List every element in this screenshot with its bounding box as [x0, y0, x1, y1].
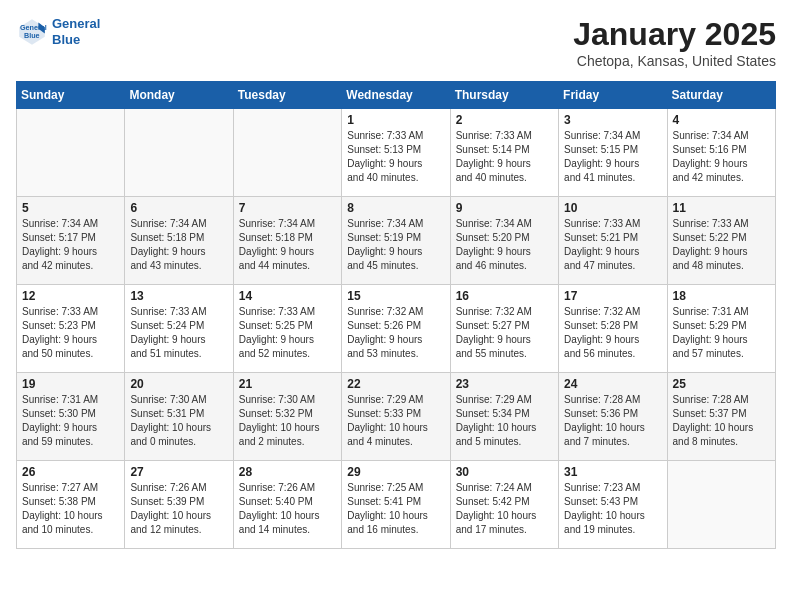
day-cell: 14Sunrise: 7:33 AM Sunset: 5:25 PM Dayli…: [233, 285, 341, 373]
day-info: Sunrise: 7:31 AM Sunset: 5:30 PM Dayligh…: [22, 393, 119, 449]
day-number: 29: [347, 465, 444, 479]
day-number: 20: [130, 377, 227, 391]
day-cell: 26Sunrise: 7:27 AM Sunset: 5:38 PM Dayli…: [17, 461, 125, 549]
day-cell: 24Sunrise: 7:28 AM Sunset: 5:36 PM Dayli…: [559, 373, 667, 461]
day-cell: 10Sunrise: 7:33 AM Sunset: 5:21 PM Dayli…: [559, 197, 667, 285]
day-cell: 15Sunrise: 7:32 AM Sunset: 5:26 PM Dayli…: [342, 285, 450, 373]
day-info: Sunrise: 7:33 AM Sunset: 5:25 PM Dayligh…: [239, 305, 336, 361]
week-row-4: 19Sunrise: 7:31 AM Sunset: 5:30 PM Dayli…: [17, 373, 776, 461]
day-info: Sunrise: 7:28 AM Sunset: 5:37 PM Dayligh…: [673, 393, 770, 449]
day-info: Sunrise: 7:34 AM Sunset: 5:20 PM Dayligh…: [456, 217, 553, 273]
day-number: 31: [564, 465, 661, 479]
day-cell: 30Sunrise: 7:24 AM Sunset: 5:42 PM Dayli…: [450, 461, 558, 549]
day-number: 3: [564, 113, 661, 127]
day-number: 4: [673, 113, 770, 127]
day-cell: 9Sunrise: 7:34 AM Sunset: 5:20 PM Daylig…: [450, 197, 558, 285]
title-block: January 2025 Chetopa, Kansas, United Sta…: [573, 16, 776, 69]
day-cell: 4Sunrise: 7:34 AM Sunset: 5:16 PM Daylig…: [667, 109, 775, 197]
day-cell: 7Sunrise: 7:34 AM Sunset: 5:18 PM Daylig…: [233, 197, 341, 285]
week-row-5: 26Sunrise: 7:27 AM Sunset: 5:38 PM Dayli…: [17, 461, 776, 549]
day-cell: 27Sunrise: 7:26 AM Sunset: 5:39 PM Dayli…: [125, 461, 233, 549]
day-cell: 25Sunrise: 7:28 AM Sunset: 5:37 PM Dayli…: [667, 373, 775, 461]
day-info: Sunrise: 7:34 AM Sunset: 5:16 PM Dayligh…: [673, 129, 770, 185]
header-tuesday: Tuesday: [233, 82, 341, 109]
day-cell: 6Sunrise: 7:34 AM Sunset: 5:18 PM Daylig…: [125, 197, 233, 285]
day-info: Sunrise: 7:34 AM Sunset: 5:18 PM Dayligh…: [130, 217, 227, 273]
day-cell: 29Sunrise: 7:25 AM Sunset: 5:41 PM Dayli…: [342, 461, 450, 549]
day-number: 7: [239, 201, 336, 215]
day-cell: 5Sunrise: 7:34 AM Sunset: 5:17 PM Daylig…: [17, 197, 125, 285]
day-cell: 18Sunrise: 7:31 AM Sunset: 5:29 PM Dayli…: [667, 285, 775, 373]
day-number: 15: [347, 289, 444, 303]
header-friday: Friday: [559, 82, 667, 109]
calendar-title: January 2025: [573, 16, 776, 53]
day-cell: 3Sunrise: 7:34 AM Sunset: 5:15 PM Daylig…: [559, 109, 667, 197]
day-info: Sunrise: 7:24 AM Sunset: 5:42 PM Dayligh…: [456, 481, 553, 537]
day-info: Sunrise: 7:33 AM Sunset: 5:24 PM Dayligh…: [130, 305, 227, 361]
day-info: Sunrise: 7:26 AM Sunset: 5:39 PM Dayligh…: [130, 481, 227, 537]
logo-icon: General Blue: [16, 16, 48, 48]
day-info: Sunrise: 7:25 AM Sunset: 5:41 PM Dayligh…: [347, 481, 444, 537]
day-number: 2: [456, 113, 553, 127]
day-info: Sunrise: 7:29 AM Sunset: 5:34 PM Dayligh…: [456, 393, 553, 449]
day-cell: 31Sunrise: 7:23 AM Sunset: 5:43 PM Dayli…: [559, 461, 667, 549]
day-cell: 1Sunrise: 7:33 AM Sunset: 5:13 PM Daylig…: [342, 109, 450, 197]
header-monday: Monday: [125, 82, 233, 109]
week-row-3: 12Sunrise: 7:33 AM Sunset: 5:23 PM Dayli…: [17, 285, 776, 373]
day-cell: 16Sunrise: 7:32 AM Sunset: 5:27 PM Dayli…: [450, 285, 558, 373]
day-info: Sunrise: 7:31 AM Sunset: 5:29 PM Dayligh…: [673, 305, 770, 361]
day-number: 6: [130, 201, 227, 215]
day-number: 1: [347, 113, 444, 127]
day-number: 21: [239, 377, 336, 391]
day-info: Sunrise: 7:34 AM Sunset: 5:17 PM Dayligh…: [22, 217, 119, 273]
day-number: 11: [673, 201, 770, 215]
day-info: Sunrise: 7:23 AM Sunset: 5:43 PM Dayligh…: [564, 481, 661, 537]
day-cell: [125, 109, 233, 197]
header-wednesday: Wednesday: [342, 82, 450, 109]
day-cell: 19Sunrise: 7:31 AM Sunset: 5:30 PM Dayli…: [17, 373, 125, 461]
logo-text-general: General: [52, 16, 100, 32]
day-info: Sunrise: 7:26 AM Sunset: 5:40 PM Dayligh…: [239, 481, 336, 537]
day-number: 10: [564, 201, 661, 215]
day-info: Sunrise: 7:29 AM Sunset: 5:33 PM Dayligh…: [347, 393, 444, 449]
day-info: Sunrise: 7:32 AM Sunset: 5:26 PM Dayligh…: [347, 305, 444, 361]
day-info: Sunrise: 7:33 AM Sunset: 5:14 PM Dayligh…: [456, 129, 553, 185]
day-cell: [233, 109, 341, 197]
day-cell: 28Sunrise: 7:26 AM Sunset: 5:40 PM Dayli…: [233, 461, 341, 549]
page-header: General Blue General Blue January 2025 C…: [16, 16, 776, 69]
day-number: 8: [347, 201, 444, 215]
header-row: SundayMondayTuesdayWednesdayThursdayFrid…: [17, 82, 776, 109]
svg-text:Blue: Blue: [24, 31, 40, 40]
day-info: Sunrise: 7:32 AM Sunset: 5:28 PM Dayligh…: [564, 305, 661, 361]
day-number: 19: [22, 377, 119, 391]
day-cell: [17, 109, 125, 197]
day-number: 27: [130, 465, 227, 479]
day-info: Sunrise: 7:27 AM Sunset: 5:38 PM Dayligh…: [22, 481, 119, 537]
day-number: 30: [456, 465, 553, 479]
day-number: 28: [239, 465, 336, 479]
day-cell: 21Sunrise: 7:30 AM Sunset: 5:32 PM Dayli…: [233, 373, 341, 461]
day-cell: 23Sunrise: 7:29 AM Sunset: 5:34 PM Dayli…: [450, 373, 558, 461]
week-row-2: 5Sunrise: 7:34 AM Sunset: 5:17 PM Daylig…: [17, 197, 776, 285]
day-cell: 11Sunrise: 7:33 AM Sunset: 5:22 PM Dayli…: [667, 197, 775, 285]
logo: General Blue General Blue: [16, 16, 100, 48]
header-sunday: Sunday: [17, 82, 125, 109]
day-cell: 17Sunrise: 7:32 AM Sunset: 5:28 PM Dayli…: [559, 285, 667, 373]
day-cell: 12Sunrise: 7:33 AM Sunset: 5:23 PM Dayli…: [17, 285, 125, 373]
day-cell: 2Sunrise: 7:33 AM Sunset: 5:14 PM Daylig…: [450, 109, 558, 197]
day-number: 22: [347, 377, 444, 391]
day-number: 9: [456, 201, 553, 215]
day-cell: [667, 461, 775, 549]
day-info: Sunrise: 7:33 AM Sunset: 5:21 PM Dayligh…: [564, 217, 661, 273]
day-number: 26: [22, 465, 119, 479]
day-info: Sunrise: 7:28 AM Sunset: 5:36 PM Dayligh…: [564, 393, 661, 449]
day-info: Sunrise: 7:34 AM Sunset: 5:15 PM Dayligh…: [564, 129, 661, 185]
header-thursday: Thursday: [450, 82, 558, 109]
day-cell: 13Sunrise: 7:33 AM Sunset: 5:24 PM Dayli…: [125, 285, 233, 373]
day-info: Sunrise: 7:32 AM Sunset: 5:27 PM Dayligh…: [456, 305, 553, 361]
day-cell: 20Sunrise: 7:30 AM Sunset: 5:31 PM Dayli…: [125, 373, 233, 461]
day-info: Sunrise: 7:30 AM Sunset: 5:32 PM Dayligh…: [239, 393, 336, 449]
day-info: Sunrise: 7:33 AM Sunset: 5:23 PM Dayligh…: [22, 305, 119, 361]
logo-text-blue: Blue: [52, 32, 100, 48]
day-number: 24: [564, 377, 661, 391]
